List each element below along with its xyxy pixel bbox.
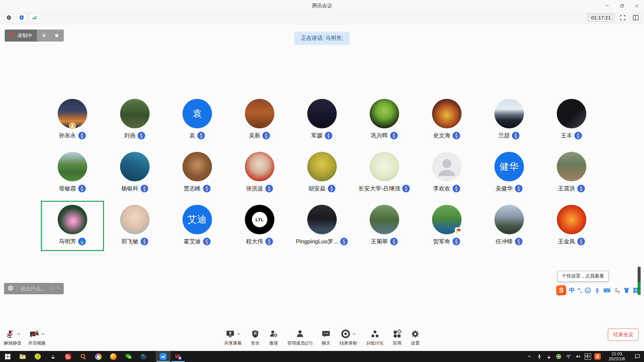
health-shield-button[interactable] [17, 13, 26, 22]
participant-name: 任冲锋 [496, 238, 513, 245]
taskbar-tencent-meeting[interactable] [156, 351, 171, 362]
ime-skin-icon[interactable] [623, 287, 630, 294]
participant-tile[interactable]: 贾志峰 [172, 152, 223, 193]
participant-tile[interactable]: 郑飞敏 [109, 205, 160, 246]
recording-dot-icon [9, 32, 15, 39]
meeting-info-button[interactable] [4, 13, 14, 22]
taskbar-wechat[interactable] [121, 351, 136, 362]
tray-wifi[interactable] [564, 351, 573, 362]
taskbar-start[interactable] [0, 351, 15, 362]
toolbar-invite[interactable]: 邀请 [269, 328, 278, 346]
participant-tile[interactable]: 马明芳 [47, 205, 98, 246]
taskbar-globe[interactable] [136, 351, 151, 362]
taskbar-qq[interactable] [45, 351, 60, 362]
participant-tile[interactable]: 孙东永 [47, 99, 98, 140]
taskbar-search[interactable] [75, 351, 91, 362]
participant-tile[interactable]: 王金凤 [546, 205, 597, 246]
participant-name-row: 杨银科 [121, 184, 149, 193]
participant-tile[interactable]: LTL 程大伟 [234, 205, 285, 246]
tray-shield[interactable] [554, 351, 564, 362]
taskbar-explorer[interactable] [15, 351, 30, 362]
participant-tile[interactable]: 长安大学-吕继强 [359, 152, 410, 193]
restore-button[interactable] [614, 0, 629, 11]
toolbar-apps[interactable]: 应用 [393, 328, 402, 346]
cam-slash-icon [29, 329, 39, 339]
participant-tile[interactable]: 李欢欢 [421, 152, 472, 193]
minimize-button[interactable] [600, 0, 614, 11]
taskbar-qq-music[interactable] [30, 351, 45, 362]
ime-keyboard-icon[interactable] [603, 287, 611, 294]
toolbar-security[interactable]: 安全 [251, 328, 260, 346]
taskbar-clock[interactable]: 21:03 2022/1/6 [604, 352, 630, 362]
network-signal-button[interactable] [30, 13, 39, 22]
stop-recording-button[interactable] [52, 31, 62, 40]
participant-tile[interactable]: 史文海 [421, 99, 472, 140]
participant-tile[interactable]: 艾迪 霍艾迪 [172, 205, 223, 246]
tray-sogou[interactable]: S [593, 351, 602, 362]
qq-music-icon [34, 353, 41, 360]
chevron-up-icon[interactable] [41, 332, 45, 336]
chat-input[interactable]: 说点什么... [4, 283, 64, 294]
mic-muted-icon [195, 131, 205, 140]
chevron-up-icon[interactable] [352, 332, 356, 336]
toolbar-stop-record[interactable]: 结束录制 [340, 328, 357, 346]
participant-tile[interactable]: 巩兴晖 [359, 99, 410, 140]
tray-qq[interactable] [544, 351, 554, 362]
chevron-up-icon[interactable] [17, 332, 20, 336]
toolbar-share-screen[interactable]: 共享屏幕 [224, 328, 241, 346]
participant-tile[interactable]: PingpingLuo罗... [297, 205, 347, 246]
ime-zh-icon[interactable]: 中 [569, 286, 575, 294]
close-button[interactable] [629, 0, 644, 11]
toolbar-settings[interactable]: 设置 [411, 328, 420, 346]
end-meeting-button[interactable]: 结束会议 [608, 328, 639, 341]
participant-tile[interactable]: 母敏霞 [47, 152, 98, 193]
toolbar-members[interactable]: 管理成员(27) [287, 328, 312, 346]
toolbar-breakout[interactable]: 分组讨论 [366, 328, 384, 346]
participant-tile[interactable]: 杨银科 [109, 152, 160, 193]
taskbar-firefox[interactable] [106, 351, 121, 362]
stop-icon [54, 33, 59, 38]
ime-person-icon[interactable]: 19 [613, 287, 621, 294]
layout-switch-button[interactable] [631, 13, 641, 22]
sogou-logo-icon[interactable]: S [556, 285, 566, 295]
participant-tile[interactable]: 胡安焱 [297, 152, 347, 193]
participant-name: PingpingLuo罗... [296, 238, 338, 245]
toolbar-cam-slash[interactable]: 开启视频 [28, 328, 46, 346]
ime-smiley-icon[interactable] [584, 287, 591, 294]
participant-tile[interactable]: 张洪波 [234, 152, 285, 193]
participant-tile[interactable]: 任冲锋 [484, 205, 535, 246]
participant-tile[interactable]: 刘燕 [109, 99, 160, 140]
participant-tile[interactable]: 王丰 [546, 99, 597, 140]
participant-name: 马明芳 [59, 238, 76, 245]
participant-tile[interactable]: 兰甜 [484, 99, 535, 140]
participant-tile[interactable]: 贺军奇 [421, 205, 472, 246]
fullscreen-button[interactable] [618, 13, 628, 22]
tray-chevron[interactable] [525, 351, 534, 362]
tray-volume[interactable] [573, 351, 583, 362]
taskbar-netease-music[interactable] [60, 351, 75, 362]
toolbar-chat[interactable]: 聊天 [322, 328, 331, 346]
participant-tile[interactable]: 健华 吴健华 [484, 152, 535, 193]
participant-name-row: 史文海 [433, 131, 461, 140]
avatar [58, 152, 87, 181]
taskbar-wps[interactable]: W [171, 351, 186, 362]
ime-punct-icon[interactable]: °, [578, 287, 582, 294]
chevron-up-icon[interactable] [237, 332, 240, 336]
ime-mic-icon[interactable] [594, 287, 600, 294]
participant-tile[interactable]: 王震洪 [546, 152, 597, 193]
tray-ime-indicator[interactable]: 中 [583, 351, 593, 362]
pause-recording-button[interactable] [39, 31, 49, 40]
toolbar-mic-slash[interactable]: 解除静音 [4, 328, 21, 346]
toolbar-label: 应用 [393, 340, 401, 346]
taskbar-browser[interactable] [91, 351, 106, 362]
emoji-icon[interactable] [7, 285, 14, 293]
collapse-chat-icon[interactable] [56, 286, 61, 292]
participant-tile[interactable]: 王菊翠 [359, 205, 410, 246]
participant-tile[interactable]: 军媛 [297, 99, 347, 140]
participant-name: 程大伟 [246, 238, 263, 245]
participant-tile[interactable]: 袁 袁 [172, 99, 223, 140]
status-bar-left-icons [4, 13, 39, 22]
tray-mic[interactable] [534, 351, 544, 362]
participant-tile[interactable]: 吴新 [234, 99, 285, 140]
action-center-button[interactable] [631, 351, 643, 362]
